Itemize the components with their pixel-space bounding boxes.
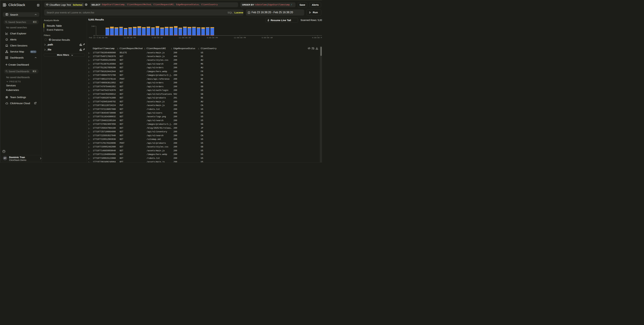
svg-text:240: 240	[92, 25, 95, 27]
svg-text:11:00:00 PM: 11:00:00 PM	[234, 37, 246, 39]
svg-text:11:00:00 AM: 11:00:00 AM	[179, 37, 190, 39]
svg-text:0: 0	[94, 35, 95, 37]
svg-text:5:00:00 PM: 5:00:00 PM	[207, 37, 218, 39]
svg-text:11:00:00 PM: 11:00:00 PM	[124, 37, 136, 39]
svg-text:4:00:00 PM: 4:00:00 PM	[312, 37, 322, 39]
svg-text:Feb 23 4:00:00 PM: Feb 23 4:00:00 PM	[89, 37, 108, 39]
svg-text:5:00:00 AM: 5:00:00 AM	[262, 37, 273, 39]
svg-text:5:00:00 AM: 5:00:00 AM	[152, 37, 163, 39]
